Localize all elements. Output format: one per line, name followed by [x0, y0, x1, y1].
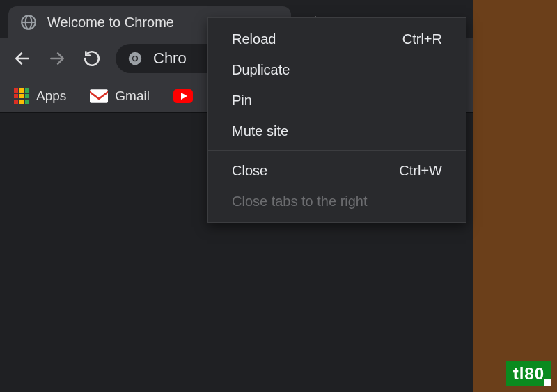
- menu-close-right-label: Close tabs to the right: [232, 194, 368, 210]
- apps-label: Apps: [36, 88, 66, 104]
- gmail-label: Gmail: [115, 88, 150, 104]
- gmail-icon: [90, 89, 108, 103]
- apps-icon: [14, 88, 29, 104]
- apps-shortcut[interactable]: Apps: [10, 86, 70, 107]
- menu-close-right: Close tabs to the right: [208, 186, 466, 217]
- reload-button[interactable]: [77, 43, 107, 74]
- menu-reload[interactable]: Reload Ctrl+R: [208, 24, 466, 54]
- chrome-icon: [127, 50, 143, 67]
- svg-rect-12: [90, 89, 108, 103]
- menu-close[interactable]: Close Ctrl+W: [208, 155, 466, 186]
- menu-pin[interactable]: Pin: [208, 85, 466, 116]
- youtube-icon: [173, 89, 193, 103]
- menu-duplicate[interactable]: Duplicate: [208, 54, 466, 85]
- back-button[interactable]: [7, 43, 38, 74]
- menu-close-label: Close: [232, 163, 267, 179]
- watermark-corner: [544, 379, 551, 386]
- svg-point-11: [133, 56, 137, 61]
- menu-mute-label: Mute site: [232, 123, 288, 139]
- menu-divider: [208, 150, 466, 151]
- youtube-bookmark[interactable]: [169, 86, 197, 106]
- address-text: Chro: [153, 49, 187, 68]
- gmail-bookmark[interactable]: Gmail: [86, 86, 154, 107]
- tab-context-menu: Reload Ctrl+R Duplicate Pin Mute site Cl…: [207, 17, 466, 223]
- watermark: tl80: [506, 361, 551, 386]
- globe-icon: [19, 13, 38, 31]
- menu-mute[interactable]: Mute site: [208, 116, 466, 146]
- forward-button[interactable]: [42, 43, 72, 74]
- menu-duplicate-label: Duplicate: [232, 62, 290, 78]
- menu-reload-shortcut: Ctrl+R: [402, 31, 442, 47]
- menu-close-shortcut: Ctrl+W: [399, 163, 442, 179]
- menu-pin-label: Pin: [232, 93, 252, 109]
- menu-reload-label: Reload: [232, 31, 276, 47]
- watermark-text: tl80: [513, 364, 544, 383]
